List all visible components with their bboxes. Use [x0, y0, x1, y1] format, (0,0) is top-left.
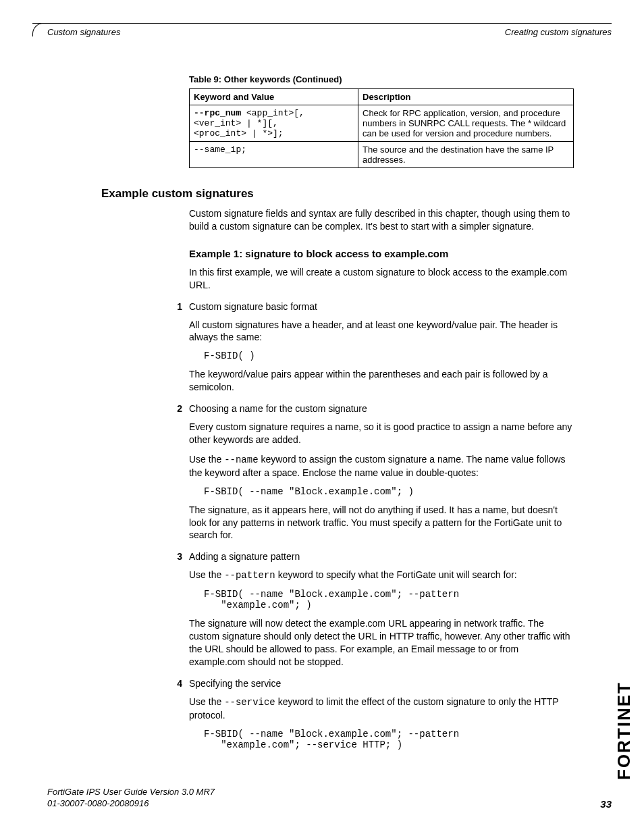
numbered-step: 1 Custom signature basic format — [47, 301, 603, 312]
body-text: Use the --name keyword to assign the cus… — [189, 453, 574, 479]
footer-left: FortiGate IPS User Guide Version 3.0 MR7… — [47, 787, 215, 810]
body-text: The keyword/value pairs appear within th… — [189, 368, 574, 394]
fortinet-logo: FORTINET — [614, 681, 635, 780]
code-block: F-SBID( ) — [204, 350, 582, 361]
running-header-right: Creating custom signatures — [505, 27, 612, 37]
body-text: Custom signature fields and syntax are f… — [189, 207, 574, 233]
inline-code: --service — [224, 697, 275, 708]
numbered-step: 2 Choosing a name for the custom signatu… — [47, 403, 603, 414]
footer-line1: FortiGate IPS User Guide Version 3.0 MR7 — [47, 787, 215, 797]
keyword-cell: --rpc_num <app_int>[, <ver_int> | *][, <… — [190, 105, 358, 142]
corner-decoration — [32, 23, 46, 36]
inline-code: --name — [224, 454, 258, 465]
page-content: Table 9: Other keywords (Continued) Keyw… — [47, 74, 603, 750]
code-block: F-SBID( --name "Block.example.com"; --pa… — [204, 729, 582, 750]
keyword-text: <proc_int> | *>]; — [194, 128, 284, 138]
description-cell: The source and the destination have the … — [358, 142, 574, 168]
table-col-keyword: Keyword and Value — [190, 89, 358, 105]
inline-code: --pattern — [224, 570, 275, 581]
numbered-step: 4 Specifying the service — [47, 678, 603, 689]
step-number: 4 — [162, 678, 182, 689]
body-text: All custom signatures have a header, and… — [189, 319, 574, 344]
table-header-row: Keyword and Value Description — [190, 89, 574, 105]
keyword-text: <app_int>[, — [241, 108, 304, 118]
table-caption: Table 9: Other keywords (Continued) — [189, 74, 603, 84]
step-number: 1 — [162, 301, 182, 312]
text-span: Use the — [189, 696, 224, 707]
keyword-bold: --rpc_num — [194, 108, 241, 118]
keyword-text: <ver_int> | *][, — [194, 118, 278, 128]
step-title: Custom signature basic format — [189, 301, 317, 312]
body-text: The signature will now detect the exampl… — [189, 617, 574, 669]
step-title: Choosing a name for the custom signature — [189, 403, 367, 414]
code-block: F-SBID( --name "Block.example.com"; ) — [204, 486, 582, 497]
subsection-heading: Example 1: signature to block access to … — [189, 248, 603, 259]
text-span: Use the — [189, 569, 224, 580]
keyword-cell: --same_ip; — [190, 142, 358, 168]
body-text: Use the --pattern keyword to specify wha… — [189, 569, 574, 582]
table-col-description: Description — [358, 89, 574, 105]
step-title: Adding a signature pattern — [189, 551, 300, 562]
body-text: Use the --service keyword to limit the e… — [189, 696, 574, 722]
header-rule — [32, 23, 612, 24]
table-row: --same_ip; The source and the destinatio… — [190, 142, 574, 168]
code-block: F-SBID( --name "Block.example.com"; --pa… — [204, 589, 582, 610]
step-number: 3 — [162, 551, 182, 562]
page-number: 33 — [600, 798, 612, 810]
section-heading: Example custom signatures — [101, 187, 603, 201]
text-span: Use the — [189, 454, 224, 465]
body-text: The signature, as it appears here, will … — [189, 504, 574, 542]
footer-line2: 01-30007-0080-20080916 — [47, 798, 149, 808]
body-text: In this first example, we will create a … — [189, 266, 574, 292]
table-row: --rpc_num <app_int>[, <ver_int> | *][, <… — [190, 105, 574, 142]
step-title: Specifying the service — [189, 678, 281, 689]
numbered-step: 3 Adding a signature pattern — [47, 551, 603, 562]
text-span: keyword to specify what the FortiGate un… — [275, 569, 517, 580]
body-text: Every custom signature requires a name, … — [189, 421, 574, 446]
keywords-table: Keyword and Value Description --rpc_num … — [189, 88, 574, 168]
step-number: 2 — [162, 403, 182, 414]
description-cell: Check for RPC application, version, and … — [358, 105, 574, 142]
running-header-left: Custom signatures — [47, 27, 120, 37]
